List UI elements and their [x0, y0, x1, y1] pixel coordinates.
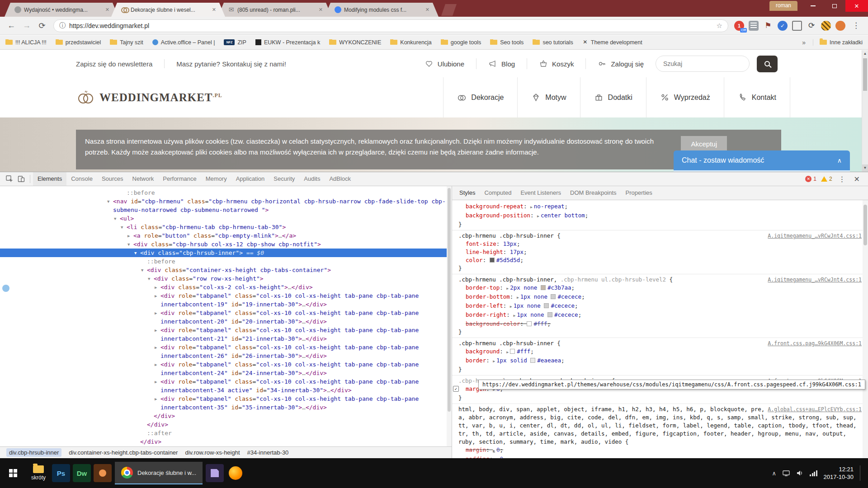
browser-tab-mail[interactable]: ✉ (805 unread) - roman.pli... ✕	[218, 3, 332, 17]
newsletter-link[interactable]: Zapisz się do newslettera	[76, 60, 152, 68]
styles-tab-computed[interactable]: Computed	[480, 186, 516, 200]
expand-icon[interactable]: ▶	[530, 205, 533, 209]
color-swatch[interactable]	[544, 303, 549, 308]
twisty-icon[interactable]: ▼	[121, 223, 123, 232]
css-property[interactable]: border-left: ▶1px none #cecece;	[458, 302, 862, 311]
flag-extension-icon[interactable]: ⚑	[763, 21, 773, 31]
expand-icon[interactable]: ▶	[493, 359, 495, 363]
expand-icon[interactable]: ▶	[506, 286, 509, 291]
twisty-icon[interactable]: ▶	[155, 309, 157, 318]
show-desktop-button[interactable]	[860, 465, 863, 481]
dom-tree-node[interactable]: </div>	[0, 437, 452, 446]
site-logo[interactable]: WeddingMarket.pl	[76, 77, 222, 117]
chevron-up-icon[interactable]: ∧	[837, 157, 842, 164]
devtools-tab-adblock[interactable]: AdBlock	[325, 172, 355, 186]
nav-item-kontakt[interactable]: Kontakt	[724, 77, 790, 117]
dom-tree-node[interactable]: ▼<div class="cbp-hrsub-inner"> == $0	[0, 249, 452, 257]
devtools-tab-elements[interactable]: Elements	[33, 172, 66, 186]
dom-tree-node[interactable]: ▶<div role="tabpanel" class="col-xs-10 c…	[0, 394, 452, 412]
color-swatch[interactable]	[541, 285, 546, 290]
dom-tree-node[interactable]: </div>	[0, 420, 452, 429]
dom-tree-node[interactable]: ▶<a role="button" class="cbp-empty-mlink…	[0, 231, 452, 240]
twisty-icon[interactable]: ▶	[127, 232, 130, 240]
bookmark-item[interactable]: Konkurencja	[390, 39, 432, 46]
breadcrumb-item[interactable]: div.row.row-xs-height	[185, 449, 240, 456]
twisty-icon[interactable]: ▼	[141, 266, 143, 275]
bookmark-item[interactable]: seo tutorials	[533, 39, 573, 46]
devtools-tab-network[interactable]: Network	[128, 172, 159, 186]
other-bookmarks-button[interactable]: Inne zakładki	[813, 39, 863, 46]
reload-button[interactable]: ⟳	[35, 19, 49, 33]
shortcuts-toolbar[interactable]: skróty	[26, 465, 51, 481]
twisty-icon[interactable]: ▶	[155, 283, 157, 292]
browser-tab-active[interactable]: Dekoracje ślubne i wesel... ✕	[111, 3, 225, 17]
stylesheet-link[interactable]: A.iqitmegamenu_…vRCwJnt4.css:1	[768, 276, 862, 284]
login-link[interactable]: Zaloguj się	[598, 59, 644, 68]
browser-menu-icon[interactable]: ⋮	[849, 21, 863, 30]
bee-extension-icon[interactable]	[821, 21, 831, 31]
scroll-up-arrow[interactable]: ▲	[862, 50, 868, 57]
styles-tab-properties[interactable]: Properties	[621, 186, 657, 200]
property-checkbox[interactable]: ✓	[453, 386, 459, 392]
twisty-icon[interactable]: ▼	[114, 215, 116, 223]
device-extension-icon[interactable]	[792, 21, 802, 31]
pin-extension-icon[interactable]: ✓	[778, 21, 788, 31]
styles-tab-dom-breakpoints[interactable]: DOM Breakpoints	[566, 186, 621, 200]
tab-close-icon[interactable]: ✕	[212, 7, 216, 13]
devtools-menu-icon[interactable]: ⋮	[837, 175, 848, 183]
search-input[interactable]	[656, 56, 750, 72]
cart-link[interactable]: Koszyk	[539, 59, 574, 68]
twisty-icon[interactable]: ▶	[155, 292, 157, 300]
styles-tab-event-listeners[interactable]: Event Listeners	[516, 186, 566, 200]
dom-tree-node[interactable]: ▶<div class="col-xs-2 col-xs-height">…</…	[0, 283, 452, 291]
devtools-tab-memory[interactable]: Memory	[201, 172, 231, 186]
color-swatch[interactable]	[551, 294, 556, 299]
dom-tree-node[interactable]: ▶<div role="tabpanel" class="col-xs-10 c…	[0, 291, 452, 309]
network-signal-icon[interactable]	[810, 470, 817, 476]
browser-tab-docs[interactable]: Modifying modules css f... ✕	[325, 3, 439, 17]
favorites-link[interactable]: Ulubione	[425, 59, 464, 68]
color-swatch[interactable]	[510, 349, 515, 354]
css-property[interactable]: background-position: ▶center bottom;	[458, 211, 862, 221]
taskbar-clock[interactable]: 12:21 2017-10-30	[824, 465, 854, 481]
expand-icon[interactable]: ▶	[513, 314, 515, 318]
css-property[interactable]: border-top: ▶2px none #c3b7aa;	[458, 284, 862, 293]
tab-close-icon[interactable]: ✕	[425, 7, 429, 13]
expand-icon[interactable]: ▶	[510, 305, 512, 309]
devtools-tab-application[interactable]: Application	[231, 172, 269, 186]
address-bar[interactable]: ⓘ https://dev.weddingmarket.pl ☆	[53, 19, 728, 32]
css-property[interactable]: border-right: ▶1px none #cecece;	[458, 311, 862, 320]
breadcrumb-item[interactable]: #34-innertab-30	[247, 449, 289, 456]
tray-chevron-icon[interactable]: ∧	[772, 470, 776, 477]
stylesheet-link[interactable]: A.global.css+au…EPlcEVYb.css:1	[768, 405, 862, 413]
expand-icon[interactable]: ▶	[537, 214, 539, 218]
twisty-icon[interactable]: ▶	[155, 378, 157, 386]
restore-button[interactable]	[824, 0, 845, 12]
twisty-icon[interactable]: ▶	[155, 326, 157, 335]
inspect-element-icon[interactable]	[4, 174, 15, 184]
scrollbar-thumb[interactable]	[448, 188, 451, 412]
devtools-tab-sources[interactable]: Sources	[97, 172, 128, 186]
tab-close-icon[interactable]: ✕	[319, 7, 323, 13]
devtools-tab-audits[interactable]: Audits	[299, 172, 325, 186]
dom-tree-node[interactable]: ▶<div role="tabpanel" class="col-xs-10 c…	[0, 309, 452, 326]
dreamweaver-icon[interactable]: Dw	[73, 464, 91, 482]
orange-app-icon[interactable]	[94, 464, 112, 482]
css-property[interactable]: color: #5d5d5d;	[458, 256, 862, 264]
dom-tree-node[interactable]: ▶<div role="tabpanel" class="col-xs-10 c…	[0, 343, 452, 360]
minimize-button[interactable]	[802, 0, 824, 12]
color-swatch[interactable]	[490, 258, 495, 263]
url-text[interactable]: https://dev.weddingmarket.pl	[69, 22, 713, 29]
dom-tree-node[interactable]: ▶<div role="tabpanel" class="col-xs-10 c…	[0, 326, 452, 343]
twisty-icon[interactable]: ▼	[134, 249, 137, 258]
breadcrumb-item[interactable]: div.container-xs-height.cbp-tabs-contain…	[69, 449, 178, 456]
forward-button[interactable]: →	[20, 19, 33, 33]
save-app-icon[interactable]	[206, 464, 224, 482]
scrollbar-thumb[interactable]	[863, 205, 867, 245]
volume-icon[interactable]	[796, 470, 803, 476]
dom-tree-node[interactable]: ▼<div class="row row-xs-height">	[0, 274, 452, 283]
bookmark-item[interactable]: EUKW - Prezentacja k	[255, 39, 320, 46]
nav-item-dodatki[interactable]: Dodatki	[580, 77, 646, 117]
bookmark-star-icon[interactable]: ☆	[717, 22, 722, 30]
dom-tree-node[interactable]: ▶<div role="tabpanel" class="col-xs-10 c…	[0, 360, 452, 377]
